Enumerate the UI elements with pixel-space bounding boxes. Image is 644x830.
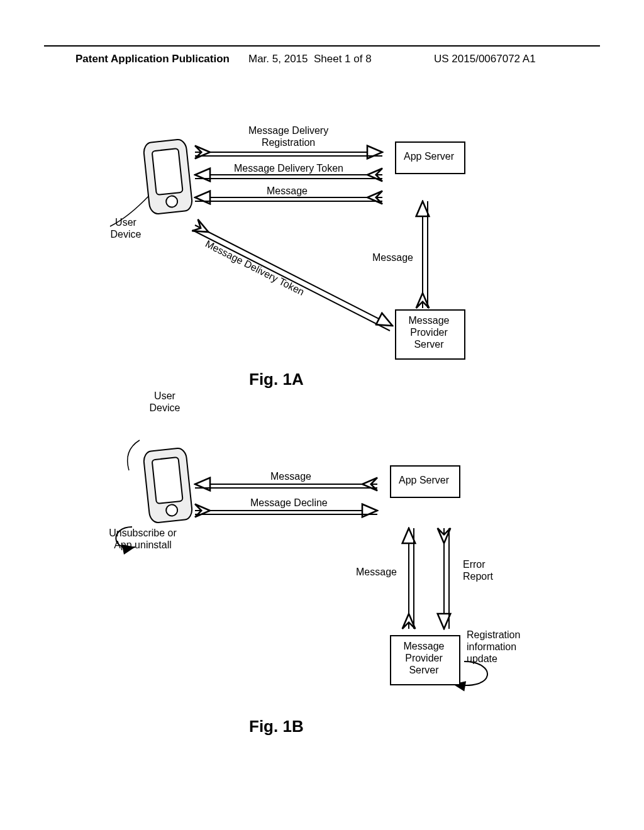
fig1b-unsubscribe-label: Unsubscribe or App uninstall [96,527,190,551]
header-left: Patent Application Publication [75,53,230,65]
fig1b-app-server-label: App Server [390,474,458,486]
fig1b-phone-icon [142,447,194,524]
fig1a-user-device-label: User Device [101,216,151,240]
fig-1b-svg [0,402,644,729]
header-rule [44,45,600,47]
fig1b-arrow-decline-label: Message Decline [250,497,328,509]
header-date: Mar. 5, 2015 Sheet 1 of 8 [248,53,372,65]
fig1a-arrow-vertical-label: Message [372,252,413,263]
fig1a-arrow-registration-label: Message Delivery Registration [248,124,328,148]
fig-1a-svg [0,107,644,396]
fig1b-arrow-error-label: Error Report [463,558,493,582]
fig1a-caption: Fig. 1A [249,370,304,389]
fig1b-arrow-message-label: Message [270,470,311,482]
fig1a-app-server-label: App Server [395,150,463,162]
page: { "header": { "left": "Patent Applicatio… [0,0,644,830]
fig1b-caption: Fig. 1B [249,717,304,736]
fig1a-msg-provider-label: Message Provider Server [395,314,463,351]
fig1a-arrow-token-label: Message Delivery Token [234,162,343,174]
fig1b-arrow-message-vertical-label: Message [356,566,397,578]
header-pubno: US 2015/0067072 A1 [434,53,536,65]
fig1b-user-device-label: User Device [140,390,190,414]
fig1a-arrow-message-label: Message [267,185,308,197]
fig1a-phone-icon [142,138,194,216]
fig1b-msg-provider-label: Message Provider Server [390,640,458,677]
svg-line-6 [195,225,392,326]
fig1b-reg-update-label: Registration information update [467,629,520,665]
